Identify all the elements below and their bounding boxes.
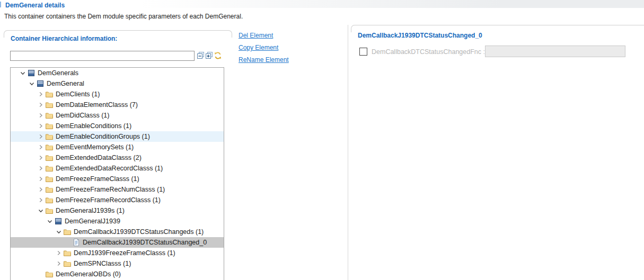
document-icon	[72, 238, 81, 247]
chevron-expanded-icon[interactable]	[55, 228, 63, 236]
collapse-all-icon[interactable]	[197, 51, 205, 60]
tree-item[interactable]: DemEnableConditionGroups (1)	[11, 131, 224, 142]
tree-item-label: DemEnableConditions (1)	[56, 122, 135, 130]
tree-item-label: DemExtendedDataClasss (2)	[56, 154, 145, 161]
folder-icon	[45, 175, 54, 183]
module-icon	[54, 217, 63, 225]
del-element-link[interactable]: Del Element	[239, 32, 273, 39]
tree-item[interactable]: DemJ1939FreezeFrameClasss (1)	[11, 248, 224, 258]
tree-item-label: DemFreezeFrameClasss (1)	[56, 175, 143, 183]
expand-all-icon[interactable]	[205, 51, 214, 60]
tree-item-label: DemFreezeFrameRecNumClasss (1)	[56, 186, 168, 193]
panel-divider	[348, 25, 348, 280]
tree-item-label: DemDidClasss (1)	[56, 112, 112, 119]
tree-item[interactable]: DemCallbackJ1939DTCStatusChangeds (1)	[11, 227, 224, 237]
tree-item-label: DemEventMemorySets (1)	[56, 143, 137, 151]
hierarchy-filter-input[interactable]	[10, 51, 195, 61]
chevron-collapsed-icon[interactable]	[55, 249, 63, 257]
section-title: Container Hierarchical information:	[11, 35, 117, 42]
tree-item[interactable]: DemFreezeFrameRecordClasss (1)	[11, 195, 224, 205]
folder-icon	[45, 153, 54, 162]
chevron-expanded-icon[interactable]	[28, 79, 36, 88]
chevron-collapsed-icon[interactable]	[37, 101, 45, 109]
details-section-border	[351, 25, 644, 32]
chevron-collapsed-icon[interactable]	[37, 132, 45, 141]
chevron-collapsed-icon[interactable]	[37, 143, 45, 151]
tree-item[interactable]: DemGeneralJ1939s (1)	[11, 205, 224, 216]
chevron-collapsed-icon[interactable]	[37, 175, 45, 183]
tree-item-label: DemCallbackJ1939DTCStatusChangeds (1)	[74, 228, 207, 236]
folder-icon	[45, 101, 54, 109]
chevron-collapsed-icon[interactable]	[37, 153, 45, 162]
tree-item-label: DemGeneralJ1939	[65, 218, 123, 225]
chevron-collapsed-icon[interactable]	[37, 122, 45, 130]
folder-icon	[63, 259, 72, 268]
tree-item[interactable]: DemFreezeFrameClasss (1)	[11, 174, 224, 184]
container-hierarchy-panel: Container Hierarchical information: DemG…	[4, 30, 232, 280]
tree-item[interactable]: DemGenerals	[11, 68, 224, 78]
refresh-icon[interactable]	[214, 51, 222, 60]
tree-item-label: DemGenerals	[38, 69, 82, 77]
element-details-panel: DemCallbackJ1939DTCStatusChanged_0 DemCa…	[351, 25, 644, 280]
chevron-collapsed-icon[interactable]	[37, 185, 45, 194]
tree-item[interactable]: DemExtendedDataClasss (2)	[11, 152, 224, 163]
rename-element-link[interactable]: ReName Element	[239, 56, 289, 64]
element-details-title: DemCallbackJ1939DTCStatusChanged_0	[358, 32, 482, 39]
folder-icon	[45, 111, 54, 120]
tree-item-label: DemFreezeFrameRecordClasss (1)	[56, 196, 164, 204]
tree-item-label: DemJ1939FreezeFrameClasss (1)	[74, 249, 179, 257]
page-title: DemGeneral details	[5, 2, 65, 9]
header-accent-mark	[0, 2, 1, 7]
parameter-enable-checkbox[interactable]	[359, 48, 367, 56]
folder-icon	[63, 249, 72, 257]
page-description: This container containers the Dem module…	[4, 13, 243, 20]
tree-item[interactable]: DemSPNClasss (1)	[11, 258, 224, 269]
chevron-collapsed-icon[interactable]	[37, 164, 45, 173]
folder-icon	[45, 143, 54, 151]
tree-item-label: DemGeneral	[47, 80, 87, 87]
tree-item[interactable]: DemClients (1)	[11, 89, 224, 100]
tree-item[interactable]: DemDidClasss (1)	[11, 110, 224, 121]
folder-icon	[45, 164, 54, 173]
tree-item-label: DemExtendedDataRecordClasss (1)	[56, 165, 166, 172]
tree-item[interactable]: DemDataElementClasss (7)	[11, 100, 224, 110]
folder-icon	[45, 206, 54, 215]
chevron-expanded-icon[interactable]	[46, 217, 54, 225]
tree-item-label: DemCallbackJ1939DTCStatusChanged_0	[83, 239, 210, 246]
tree-item[interactable]: DemCallbackJ1939DTCStatusChanged_0	[11, 237, 224, 248]
tree-item-label: DemGeneralJ1939s (1)	[56, 207, 128, 214]
tree-item-label: DemDataElementClasss (7)	[56, 101, 141, 109]
chevron-spacer	[64, 238, 72, 247]
hierarchy-tree: DemGeneralsDemGeneralDemClients (1)DemDa…	[10, 67, 224, 280]
chevron-collapsed-icon[interactable]	[55, 259, 63, 268]
module-icon	[27, 69, 36, 77]
folder-icon	[45, 132, 54, 141]
folder-icon	[63, 228, 72, 236]
tree-item[interactable]: DemEventMemorySets (1)	[11, 142, 224, 152]
folder-icon	[45, 270, 54, 278]
folder-icon	[45, 90, 54, 98]
chevron-spacer	[37, 270, 45, 278]
chevron-expanded-icon[interactable]	[19, 69, 27, 77]
tree-item[interactable]: DemGeneral	[11, 78, 224, 89]
tree-item[interactable]: DemGeneralOBDs (0)	[11, 269, 224, 279]
tree-item[interactable]: DemGeneralJ1939	[11, 216, 224, 227]
chevron-collapsed-icon[interactable]	[37, 90, 45, 98]
tree-item[interactable]: DemEnableConditions (1)	[11, 121, 224, 131]
chevron-collapsed-icon[interactable]	[37, 111, 45, 120]
chevron-collapsed-icon[interactable]	[37, 196, 45, 204]
folder-icon	[45, 122, 54, 130]
tree-item[interactable]: DemExtendedDataRecordClasss (1)	[11, 163, 224, 174]
parameter-label: DemCallbackDTCStatusChangedFnc :	[372, 48, 485, 56]
tree-item-label: DemEnableConditionGroups (1)	[56, 133, 153, 140]
header-gradient-band	[0, 0, 644, 8]
folder-icon	[45, 196, 54, 204]
tree-item[interactable]: DemFreezeFrameRecNumClasss (1)	[11, 184, 224, 195]
folder-icon	[45, 185, 54, 194]
module-icon	[36, 79, 45, 88]
copy-element-link[interactable]: Copy Element	[239, 44, 278, 51]
tree-item-label: DemSPNClasss (1)	[74, 260, 134, 267]
chevron-expanded-icon[interactable]	[37, 206, 45, 215]
parameter-value-input[interactable]	[485, 46, 625, 57]
tree-item-label: DemClients (1)	[56, 91, 103, 98]
